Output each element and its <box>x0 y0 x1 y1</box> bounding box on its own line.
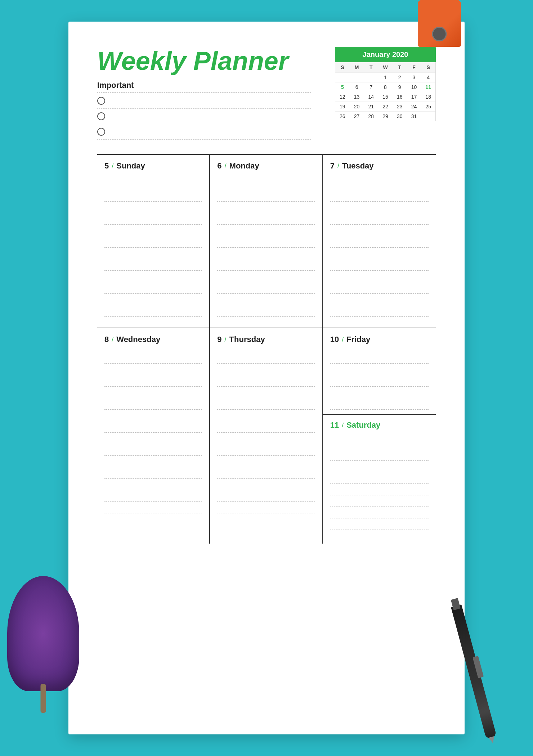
sunday-line-1[interactable] <box>104 179 202 190</box>
saturday-line-2[interactable] <box>330 449 429 461</box>
checkbox-item-3[interactable] <box>97 128 311 140</box>
calendar-days-header: S M T W T F S <box>335 62 435 72</box>
thursday-line-1[interactable] <box>217 352 315 364</box>
saturday-line-1[interactable] <box>330 438 429 449</box>
wednesday-line-5[interactable] <box>104 398 202 410</box>
thursday-line-3[interactable] <box>217 375 315 387</box>
monday-line-7[interactable] <box>217 248 315 259</box>
cal-cell-8: 8 <box>378 82 393 92</box>
thursday-line-8[interactable] <box>217 433 315 444</box>
monday-lines <box>217 179 315 317</box>
monday-line-12[interactable] <box>217 305 315 317</box>
thursday-line-12[interactable] <box>217 479 315 490</box>
sunday-line-6[interactable] <box>104 236 202 248</box>
checkbox-2[interactable] <box>97 112 105 120</box>
thursday-line-11[interactable] <box>217 467 315 479</box>
wednesday-line-11[interactable] <box>104 467 202 479</box>
wednesday-line-1[interactable] <box>104 352 202 364</box>
sunday-name: Sunday <box>116 161 145 171</box>
checkbox-item-1[interactable] <box>97 97 311 109</box>
monday-line-2[interactable] <box>217 190 315 202</box>
friday-line-3[interactable] <box>330 375 429 387</box>
tuesday-line-9[interactable] <box>330 271 429 282</box>
tuesday-line-3[interactable] <box>330 202 429 213</box>
thursday-line-14[interactable] <box>217 502 315 513</box>
sunday-line-2[interactable] <box>104 190 202 202</box>
checkbox-1[interactable] <box>97 97 105 105</box>
monday-line-8[interactable] <box>217 259 315 271</box>
tuesday-line-8[interactable] <box>330 259 429 271</box>
cal-cell-14: 14 <box>364 92 378 102</box>
wednesday-line-2[interactable] <box>104 364 202 375</box>
sunday-line-11[interactable] <box>104 294 202 305</box>
sunday-line-4[interactable] <box>104 213 202 225</box>
sunday-line-10[interactable] <box>104 282 202 294</box>
cal-label-f: F <box>407 62 421 72</box>
planner-grid: 5 / Sunday <box>97 154 436 544</box>
cal-cell-1: 1 <box>378 73 393 82</box>
monday-line-1[interactable] <box>217 179 315 190</box>
tuesday-line-12[interactable] <box>330 305 429 317</box>
wednesday-line-10[interactable] <box>104 456 202 467</box>
tuesday-line-6[interactable] <box>330 236 429 248</box>
wednesday-line-6[interactable] <box>104 410 202 421</box>
wednesday-line-3[interactable] <box>104 375 202 387</box>
saturday-line-4[interactable] <box>330 472 429 484</box>
monday-line-3[interactable] <box>217 202 315 213</box>
thursday-line-10[interactable] <box>217 456 315 467</box>
wednesday-line-13[interactable] <box>104 490 202 502</box>
thursday-line-13[interactable] <box>217 490 315 502</box>
checkbox-3[interactable] <box>97 128 105 136</box>
day-cell-wednesday: 8 / Wednesday <box>97 328 210 544</box>
tuesday-line-7[interactable] <box>330 248 429 259</box>
cal-cell-4: 4 <box>421 73 435 82</box>
thursday-line-4[interactable] <box>217 387 315 398</box>
monday-line-11[interactable] <box>217 294 315 305</box>
monday-line-9[interactable] <box>217 271 315 282</box>
sunday-line-9[interactable] <box>104 271 202 282</box>
tuesday-line-1[interactable] <box>330 179 429 190</box>
wednesday-line-12[interactable] <box>104 479 202 490</box>
sunday-line-5[interactable] <box>104 225 202 236</box>
wednesday-line-14[interactable] <box>104 502 202 513</box>
calendar-week-3: 12 13 14 15 16 17 18 <box>335 92 435 102</box>
saturday-line-3[interactable] <box>330 461 429 472</box>
thursday-line-7[interactable] <box>217 421 315 433</box>
monday-line-4[interactable] <box>217 213 315 225</box>
tuesday-line-2[interactable] <box>330 190 429 202</box>
thursday-line-6[interactable] <box>217 410 315 421</box>
sunday-line-12[interactable] <box>104 305 202 317</box>
friday-line-2[interactable] <box>330 364 429 375</box>
monday-line-10[interactable] <box>217 282 315 294</box>
checkbox-item-2[interactable] <box>97 112 311 124</box>
monday-separator: / <box>225 162 227 170</box>
saturday-line-7[interactable] <box>330 507 429 518</box>
thursday-line-5[interactable] <box>217 398 315 410</box>
monday-line-6[interactable] <box>217 236 315 248</box>
sunday-line-8[interactable] <box>104 259 202 271</box>
friday-line-5[interactable] <box>330 398 429 410</box>
wednesday-line-4[interactable] <box>104 387 202 398</box>
cal-cell-5: 5 <box>335 82 350 92</box>
friday-line-4[interactable] <box>330 387 429 398</box>
wednesday-line-8[interactable] <box>104 433 202 444</box>
planner-row-2: 8 / Wednesday <box>97 328 436 544</box>
calendar-week-5: 26 27 28 29 30 31 <box>335 111 435 121</box>
sunday-line-7[interactable] <box>104 248 202 259</box>
saturday-line-5[interactable] <box>330 484 429 495</box>
thursday-line-9[interactable] <box>217 444 315 456</box>
monday-name: Monday <box>229 161 259 171</box>
tuesday-line-5[interactable] <box>330 225 429 236</box>
saturday-line-6[interactable] <box>330 495 429 507</box>
friday-line-1[interactable] <box>330 352 429 364</box>
wednesday-line-9[interactable] <box>104 444 202 456</box>
sunday-line-3[interactable] <box>104 202 202 213</box>
wednesday-line-7[interactable] <box>104 421 202 433</box>
thursday-line-2[interactable] <box>217 364 315 375</box>
monday-line-5[interactable] <box>217 225 315 236</box>
cal-label-w: W <box>378 62 393 72</box>
saturday-line-8[interactable] <box>330 518 429 530</box>
tuesday-line-11[interactable] <box>330 294 429 305</box>
tuesday-line-4[interactable] <box>330 213 429 225</box>
tuesday-line-10[interactable] <box>330 282 429 294</box>
